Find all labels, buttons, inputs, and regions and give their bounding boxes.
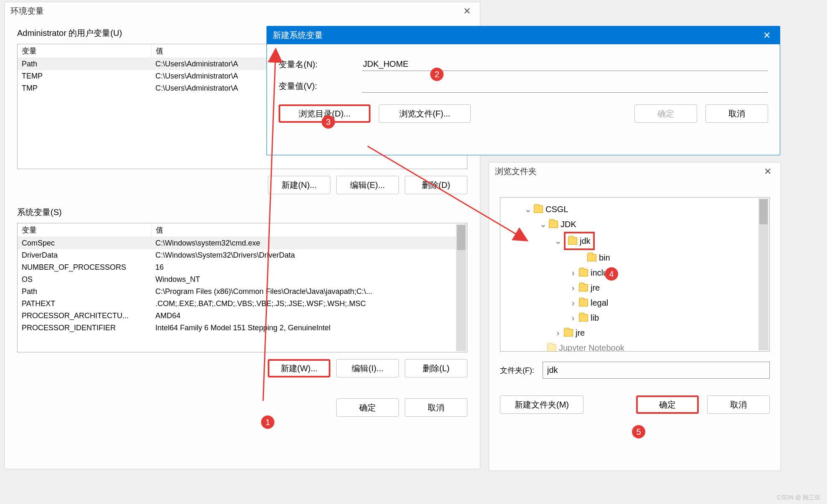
new-sys-var-dialog: 新建系统变量 ✕ 变量名(N): 变量值(V): 浏览目录(D)... 浏览文件…: [266, 26, 780, 155]
folder-icon: [534, 205, 543, 213]
tree-item[interactable]: ›include: [570, 265, 766, 280]
sys-vars-table[interactable]: 变量 值 ComSpecC:\Windows\system32\cmd.exe …: [18, 223, 467, 334]
annotation-badge-3: 3: [322, 115, 335, 129]
sys-vars-table-wrap: 变量 值 ComSpecC:\Windows\system32\cmd.exe …: [17, 223, 467, 352]
close-icon[interactable]: ✕: [761, 166, 775, 177]
tree-item[interactable]: Jupyter Notebook: [547, 340, 766, 352]
annotation-badge-5: 5: [632, 425, 645, 438]
new-sys-var-button[interactable]: 新建(W)...: [268, 359, 330, 377]
env-dialog-title: 环境变量: [10, 5, 44, 17]
tree-item[interactable]: ⌄CSGL: [525, 202, 766, 217]
new-var-title: 新建系统变量: [273, 30, 323, 41]
table-row[interactable]: PROCESSOR_IDENTIFIERIntel64 Family 6 Mod…: [18, 322, 467, 334]
sys-vars-label: 系统变量(S): [17, 207, 467, 218]
annotation-badge-4: 4: [605, 267, 618, 281]
browse-folder-dialog: 浏览文件夹 ✕ ⌄CSGL ⌄JDK ⌄jdk bin ›include ›jr…: [489, 162, 781, 471]
folder-icon: [549, 220, 558, 228]
folder-icon: [564, 329, 573, 337]
env-ok-button[interactable]: 确定: [336, 398, 399, 417]
env-dialog-titlebar: 环境变量 ✕: [5, 2, 480, 20]
var-value-label: 变量值(V):: [279, 81, 362, 92]
table-row[interactable]: OSWindows_NT: [18, 274, 467, 286]
new-var-cancel-button[interactable]: 取消: [705, 104, 768, 123]
table-row[interactable]: DriverDataC:\Windows\System32\Drivers\Dr…: [18, 249, 467, 261]
close-icon[interactable]: ✕: [460, 6, 474, 17]
table-row[interactable]: NUMBER_OF_PROCESSORS16: [18, 261, 467, 274]
folder-icon: [547, 344, 556, 352]
table-row[interactable]: PROCESSOR_ARCHITECTU...AMD64: [18, 310, 467, 322]
folder-tree-wrap: ⌄CSGL ⌄JDK ⌄jdk bin ›include ›jre ›legal…: [500, 197, 770, 352]
folder-field-label: 文件夹(F):: [500, 365, 534, 375]
new-folder-button[interactable]: 新建文件夹(M): [500, 395, 583, 414]
var-value-input[interactable]: [362, 79, 768, 93]
folder-icon: [579, 314, 588, 322]
browse-titlebar: 浏览文件夹 ✕: [489, 162, 781, 180]
browse-title: 浏览文件夹: [495, 166, 537, 177]
tree-item[interactable]: ›jre: [555, 325, 766, 340]
col-var[interactable]: 变量: [18, 44, 151, 58]
folder-tree[interactable]: ⌄CSGL ⌄JDK ⌄jdk bin ›include ›jre ›legal…: [504, 202, 766, 352]
tree-item[interactable]: ›legal: [570, 295, 766, 310]
tree-item[interactable]: ⌄JDK: [540, 217, 766, 232]
env-cancel-button[interactable]: 取消: [405, 398, 467, 417]
watermark: CSDN @ 顾三弦: [777, 494, 820, 501]
col-var[interactable]: 变量: [18, 223, 151, 237]
browse-cancel-button[interactable]: 取消: [707, 395, 770, 414]
annotation-badge-2: 2: [430, 68, 444, 81]
folder-icon: [579, 299, 588, 306]
new-var-ok-button[interactable]: 确定: [634, 104, 697, 123]
scrollbar[interactable]: [759, 198, 769, 350]
folder-icon: [587, 254, 596, 261]
edit-sys-var-button[interactable]: 编辑(I)...: [336, 359, 399, 377]
table-row[interactable]: ComSpecC:\Windows\system32\cmd.exe: [18, 237, 467, 250]
tree-item[interactable]: ›lib: [570, 310, 766, 325]
table-row[interactable]: PathC:\Program Files (x86)\Common Files\…: [18, 286, 467, 298]
folder-icon: [568, 237, 577, 245]
table-row[interactable]: PATHEXT.COM;.EXE;.BAT;.CMD;.VBS;.VBE;.JS…: [18, 298, 467, 310]
tree-item-jdk[interactable]: ⌄jdk: [555, 232, 766, 250]
folder-field-input[interactable]: [543, 362, 770, 379]
var-name-input[interactable]: [362, 58, 768, 71]
browse-ok-button[interactable]: 确定: [636, 395, 699, 414]
folder-icon: [579, 269, 588, 276]
folder-icon: [579, 284, 588, 291]
close-icon[interactable]: ✕: [760, 30, 774, 41]
scrollbar[interactable]: [456, 224, 466, 351]
delete-sys-var-button[interactable]: 删除(L): [405, 359, 467, 377]
annotation-badge-1: 1: [261, 415, 274, 429]
var-name-label: 变量名(N):: [279, 59, 362, 70]
edit-user-var-button[interactable]: 编辑(E)...: [336, 176, 399, 194]
tree-item[interactable]: bin: [578, 250, 766, 265]
new-var-titlebar: 新建系统变量 ✕: [267, 26, 780, 44]
col-val[interactable]: 值: [151, 223, 467, 237]
browse-file-button[interactable]: 浏览文件(F)...: [379, 104, 471, 123]
new-user-var-button[interactable]: 新建(N)...: [268, 176, 330, 194]
tree-item[interactable]: ›jre: [570, 280, 766, 295]
delete-user-var-button[interactable]: 删除(D): [405, 176, 467, 194]
